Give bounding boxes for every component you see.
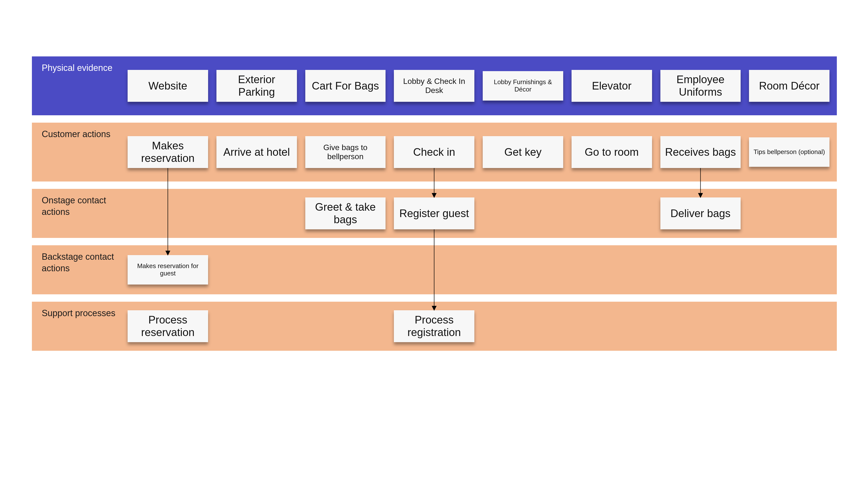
card-cart-for-bags[interactable]: Cart For Bags xyxy=(305,70,386,102)
card-check-in[interactable]: Check in xyxy=(394,136,474,168)
card-room-decor[interactable]: Room Décor xyxy=(749,70,829,102)
lane-label: Physical evidence xyxy=(32,57,128,74)
lane-body: Website Exterior Parking Cart For Bags L… xyxy=(128,57,837,115)
card-deliver-bags[interactable]: Deliver bags xyxy=(660,197,741,229)
card-tips-bellperson[interactable]: Tips bellperson (optional) xyxy=(749,137,829,167)
lane-body: Makes reservation for guest xyxy=(128,245,837,294)
card-go-to-room[interactable]: Go to room xyxy=(572,136,652,168)
lane-label: Support processes xyxy=(32,302,128,319)
card-receives-bags[interactable]: Receives bags xyxy=(660,136,741,168)
lane-customer-actions: Customer actions Makes reservation Arriv… xyxy=(32,123,837,181)
lane-body: Process reservation Process registration xyxy=(128,302,837,351)
card-makes-reservation[interactable]: Makes reservation xyxy=(128,136,208,168)
card-website[interactable]: Website xyxy=(128,70,208,102)
card-elevator[interactable]: Elevator xyxy=(572,70,652,102)
lane-body: Greet & take bags Register guest Deliver… xyxy=(128,189,837,238)
lane-label: Backstage contact actions xyxy=(32,245,128,274)
card-makes-reservation-for-guest[interactable]: Makes reservation for guest xyxy=(128,255,208,284)
card-lobby-checkin-desk[interactable]: Lobby & Check In Desk xyxy=(394,70,474,102)
card-process-reservation[interactable]: Process reservation xyxy=(128,310,208,342)
lane-label: Onstage contact actions xyxy=(32,189,128,218)
lane-body: Makes reservation Arrive at hotel Give b… xyxy=(128,123,837,181)
lane-physical-evidence: Physical evidence Website Exterior Parki… xyxy=(32,57,837,115)
lane-label: Customer actions xyxy=(32,123,128,140)
card-exterior-parking[interactable]: Exterior Parking xyxy=(216,70,297,102)
lane-support-processes: Support processes Process reservation Pr… xyxy=(32,302,837,351)
card-employee-uniforms[interactable]: Employee Uniforms xyxy=(660,70,741,102)
lane-onstage-contact-actions: Onstage contact actions Greet & take bag… xyxy=(32,189,837,238)
card-give-bags-to-bellperson[interactable]: Give bags to bellperson xyxy=(305,136,386,168)
card-lobby-furnishings-decor[interactable]: Lobby Furnishings & Décor xyxy=(483,71,563,101)
card-get-key[interactable]: Get key xyxy=(483,136,563,168)
card-register-guest[interactable]: Register guest xyxy=(394,197,474,229)
card-arrive-at-hotel[interactable]: Arrive at hotel xyxy=(216,136,297,168)
lane-backstage-contact-actions: Backstage contact actions Makes reservat… xyxy=(32,245,837,294)
card-process-registration[interactable]: Process registration xyxy=(394,310,474,342)
card-greet-take-bags[interactable]: Greet & take bags xyxy=(305,197,386,229)
service-blueprint-canvas: Physical evidence Website Exterior Parki… xyxy=(32,57,837,358)
